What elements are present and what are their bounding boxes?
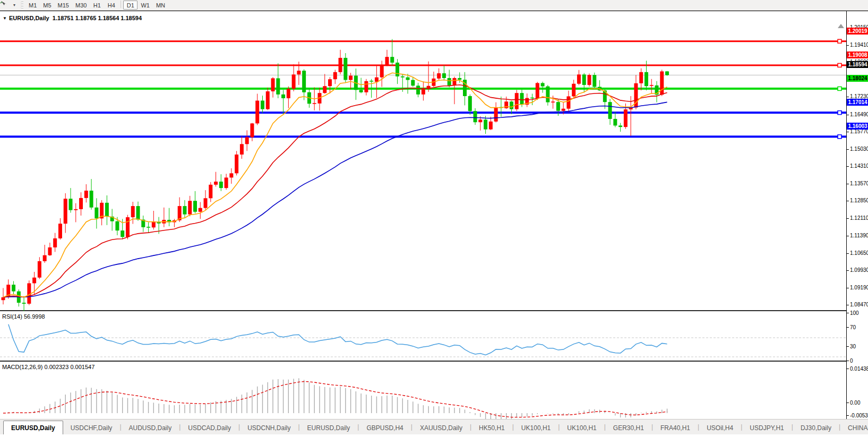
candle-body xyxy=(136,206,140,219)
chart-tab-GBPUSD-H4[interactable]: GBPUSD,H4 xyxy=(359,422,410,434)
timeframe-button-M15[interactable]: M15 xyxy=(55,1,72,10)
price-tick-mark xyxy=(847,236,849,236)
chart-tab-USDCAD-Daily[interactable]: USDCAD,Daily xyxy=(181,422,238,434)
toolbar-dropdown-caret[interactable]: ▾ xyxy=(11,3,18,7)
candle-body xyxy=(261,100,264,109)
price-tick-mark xyxy=(847,166,849,167)
timeframe-button-D1[interactable]: D1 xyxy=(123,1,137,10)
price-tick-mark xyxy=(847,218,849,219)
candle-body xyxy=(121,230,124,237)
chart-tab-XAUUSD-Daily[interactable]: XAUUSD,Daily xyxy=(412,422,470,434)
chart-tab-USDJPY-H1[interactable]: USDJPY,H1 xyxy=(742,422,791,434)
chart-shift-marker xyxy=(838,24,844,28)
price-chart-canvas[interactable] xyxy=(0,12,846,311)
candle-body xyxy=(618,125,622,127)
timeframe-button-H4[interactable]: H4 xyxy=(104,1,118,10)
chart-tab-CHINA300-H1[interactable]: CHINA300,H1 xyxy=(840,422,868,434)
candle-body xyxy=(105,203,109,217)
chart-cursor-icon[interactable] xyxy=(2,1,11,10)
candle-body xyxy=(510,101,513,109)
rsi-tick-label: 30 xyxy=(850,344,856,349)
candle-body xyxy=(214,182,218,185)
price-axis[interactable]: 1.201501.194101.186901.179501.172301.164… xyxy=(846,11,868,419)
candle-body xyxy=(665,71,669,75)
candle-body xyxy=(323,86,326,93)
timeframe-button-MN[interactable]: MN xyxy=(153,1,168,10)
candle-body xyxy=(359,90,363,92)
chart-tab-FRA40-H1[interactable]: FRA40,H1 xyxy=(653,422,698,434)
chart-tab-DJ30-Daily[interactable]: DJ30,Daily xyxy=(793,422,839,434)
candles-series xyxy=(2,39,669,311)
price-tick-label: 1.09930 xyxy=(850,267,868,273)
chart-tab-UK100-H1[interactable]: UK100,H1 xyxy=(560,422,604,434)
macd-tick-mark xyxy=(847,369,849,369)
rsi-tick-mark xyxy=(847,346,849,347)
rsi-indicator-pane: RSI(14) 56.9998 xyxy=(0,312,846,362)
chart-tab-HK50-H1[interactable]: HK50,H1 xyxy=(471,422,512,434)
timeframe-button-H1[interactable]: H1 xyxy=(90,1,104,10)
price-tick-mark xyxy=(847,97,849,97)
candle-body xyxy=(437,73,441,79)
price-tick-mark xyxy=(847,201,849,201)
price-tick-mark xyxy=(847,115,849,115)
price-tick-label: 1.09190 xyxy=(850,285,868,290)
candle-body xyxy=(644,72,648,86)
toolbar-grip-handle[interactable] xyxy=(21,2,23,9)
candle-body xyxy=(343,58,347,80)
moving-average-line xyxy=(3,102,667,297)
candle-body xyxy=(339,58,342,72)
chart-title: ▼EURUSD,Daily 1.18751 1.18765 1.18564 1.… xyxy=(3,15,142,21)
candle-body xyxy=(240,144,244,155)
candle-body xyxy=(406,78,410,80)
chart-tab-AUDUSD-Daily[interactable]: AUDUSD,Daily xyxy=(122,422,179,434)
timeframe-button-W1[interactable]: W1 xyxy=(137,1,153,10)
timeframe-button-M30[interactable]: M30 xyxy=(72,1,90,10)
hline-price-badge: 1.17014 xyxy=(847,99,868,106)
candle-body xyxy=(458,78,461,80)
candle-body xyxy=(572,84,575,97)
rsi-canvas[interactable] xyxy=(0,312,846,362)
chart-tab-EURUSD-Daily[interactable]: EURUSD,Daily xyxy=(3,421,63,434)
chart-tab-USOil-H4[interactable]: USOil,H4 xyxy=(699,422,741,434)
candle-body xyxy=(32,278,36,284)
candle-body xyxy=(219,182,223,188)
candle-body xyxy=(401,76,405,78)
candle-body xyxy=(536,83,539,98)
candle-body xyxy=(90,191,93,208)
candle-body xyxy=(333,72,337,79)
chart-tab-UK100-H1[interactable]: UK100,H1 xyxy=(514,422,558,434)
line-drag-handle xyxy=(838,63,841,67)
macd-canvas[interactable] xyxy=(0,363,846,419)
candle-body xyxy=(566,96,570,108)
candle-body xyxy=(613,119,617,126)
candle-body xyxy=(556,102,560,111)
candle-body xyxy=(582,74,586,85)
candle-body xyxy=(245,137,249,144)
candle-body xyxy=(474,111,477,122)
price-tick-label: 1.11390 xyxy=(850,233,868,238)
chart-tab-bar: EURUSD,DailyUSDCHF,Daily|AUDUSD,Daily|US… xyxy=(0,419,868,434)
chart-tab-GER30-H1[interactable]: GER30,H1 xyxy=(606,422,651,434)
timeframe-button-M5[interactable]: M5 xyxy=(40,1,54,10)
chart-tab-USDCNH-Daily[interactable]: USDCNH,Daily xyxy=(240,422,298,434)
price-tick-label: 1.12850 xyxy=(850,198,868,203)
price-tick-label: 1.16490 xyxy=(850,112,868,117)
candle-body xyxy=(84,191,88,198)
rsi-label: RSI(14) 56.9998 xyxy=(2,313,45,320)
rsi-tick-mark xyxy=(847,327,849,328)
chart-tab-EURUSD-Daily[interactable]: EURUSD,Daily xyxy=(300,422,358,434)
price-chart-pane: ▼EURUSD,Daily 1.18751 1.18765 1.18564 1.… xyxy=(0,12,846,311)
macd-tick-label: -0.00539 xyxy=(850,413,868,418)
line-drag-handle xyxy=(838,111,841,115)
price-tick-label: 1.14310 xyxy=(850,163,868,169)
timeframe-button-M1[interactable]: M1 xyxy=(25,1,40,10)
macd-label: MACD(12,26,9) 0.002323 0.001547 xyxy=(2,364,94,370)
candle-body xyxy=(188,201,192,214)
candle-body xyxy=(225,177,228,188)
line-drag-handle xyxy=(838,39,841,43)
candle-body xyxy=(297,71,300,74)
candle-body xyxy=(624,109,628,127)
chart-tab-USDCHF-Daily[interactable]: USDCHF,Daily xyxy=(63,422,120,434)
chart-menu-caret[interactable]: ▼ xyxy=(3,16,7,21)
rsi-tick-label: 70 xyxy=(850,324,856,330)
